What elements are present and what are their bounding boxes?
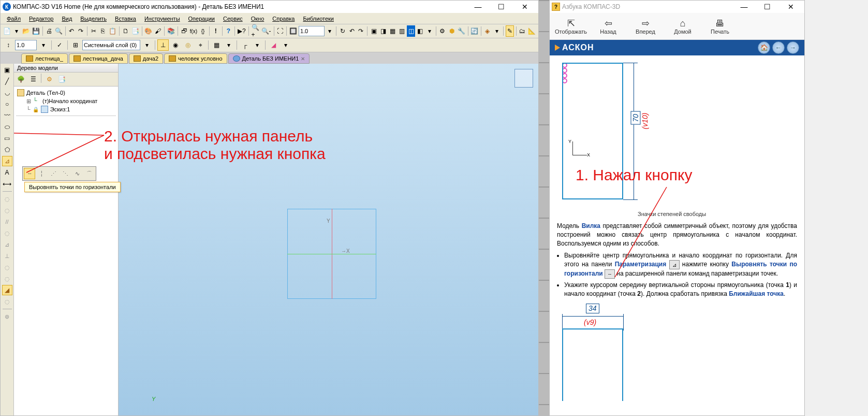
help-maximize-button[interactable]: ☐ <box>756 1 779 13</box>
sketch-button[interactable]: ✎ <box>506 25 514 37</box>
grid-button[interactable]: ▦ <box>211 39 222 51</box>
paste-button[interactable]: 📋 <box>108 25 117 37</box>
variables-button[interactable]: 📑 <box>131 25 140 37</box>
vtool-misc-1[interactable]: ◌ <box>2 194 12 204</box>
perspective-button[interactable]: ◫ <box>407 25 415 37</box>
polygon-tool[interactable]: ⬠ <box>2 145 12 155</box>
vtool-misc-5[interactable]: ⊿ <box>2 239 12 250</box>
tree-origin[interactable]: ⊞ └ (т)Начало координат <box>16 97 116 105</box>
text-tool[interactable]: А <box>2 167 12 178</box>
copy-props2-button[interactable]: 🖌 <box>154 25 162 37</box>
surface-button[interactable]: 🗂 <box>518 25 526 37</box>
hdr-home-button[interactable]: 🏠 <box>758 41 770 54</box>
para-link-vilka[interactable]: Вилка <box>582 222 600 229</box>
measure-button[interactable]: 📐 <box>527 25 536 37</box>
render-button[interactable]: ◧ <box>416 25 424 37</box>
tree-mode-button[interactable]: ☰ <box>27 74 39 85</box>
scale-combo-1[interactable] <box>299 26 325 36</box>
menu-libraries[interactable]: Библиотеки <box>299 15 338 23</box>
simplify-button[interactable]: ⚙ <box>438 25 447 37</box>
vtool-misc-9[interactable]: ◌ <box>2 296 12 307</box>
cut-button[interactable]: ✂ <box>90 25 98 37</box>
eraser-dropdown-button[interactable]: ▾ <box>280 39 291 51</box>
nav-show-button[interactable]: ⇱Отображать <box>555 18 587 35</box>
snap-button[interactable]: ◉ <box>170 39 181 51</box>
fit-all-button[interactable]: ⛶ <box>276 25 284 37</box>
ortho-button[interactable]: ⊥ <box>157 39 169 51</box>
rect-tool[interactable]: ▭ <box>2 133 12 144</box>
scale-combo-2[interactable] <box>15 40 37 50</box>
line-tool[interactable]: ╱ <box>2 76 12 87</box>
dim-tool[interactable]: ⟷ <box>2 179 12 189</box>
layer-dropdown-button[interactable]: ▾ <box>141 39 153 51</box>
rebuild-button[interactable]: 🔄 <box>470 25 479 37</box>
menu-select[interactable]: Выделить <box>76 15 111 23</box>
current-view-button[interactable]: ✓ <box>54 39 65 51</box>
zoom-in-button[interactable]: 🔍+ <box>251 25 260 37</box>
material-dropdown-button[interactable]: ▾ <box>493 25 501 37</box>
menu-file[interactable]: Файл <box>3 15 25 23</box>
fx-button[interactable]: f(x) <box>189 25 198 37</box>
menu-editor[interactable]: Редактор <box>25 15 57 23</box>
material-button[interactable]: ◈ <box>483 25 492 37</box>
help-button[interactable]: ? <box>224 25 232 37</box>
hdr-next-button[interactable]: → <box>787 41 799 54</box>
brackets-button[interactable]: {} <box>199 25 207 37</box>
ellipse-tool[interactable]: ⬭ <box>2 122 12 132</box>
nav-forward-button[interactable]: ⇨Вперед <box>629 18 661 35</box>
vtool-misc-6[interactable]: ⊥ <box>2 251 12 261</box>
highlighted-vtool[interactable]: ◢ <box>2 285 12 295</box>
minimize-button[interactable]: — <box>466 1 490 13</box>
style-button[interactable]: ↕ <box>3 39 14 51</box>
menu-service[interactable]: Сервис <box>219 15 247 23</box>
help-minimize-button[interactable]: — <box>732 1 756 13</box>
coord-sys-button[interactable]: ⊞ <box>70 39 81 51</box>
tree-docs-button[interactable]: 📑 <box>56 74 67 85</box>
stop-button[interactable]: ! <box>212 25 220 37</box>
lod-button[interactable]: 🔧 <box>457 25 466 37</box>
tree-settings-button[interactable]: ⚙ <box>43 74 55 85</box>
orientation-cube[interactable] <box>514 69 533 88</box>
outline-dropdown-button[interactable]: ▾ <box>252 39 263 51</box>
tab-dacha2[interactable]: дача2 <box>129 53 163 64</box>
shaded2-button[interactable]: ▥ <box>398 25 406 37</box>
nav-home-button[interactable]: ⌂Домой <box>667 18 699 35</box>
circle-tool[interactable]: ○ <box>2 99 12 109</box>
tree-root[interactable]: Деталь (Тел-0) <box>16 89 116 97</box>
redo-button[interactable]: ↷ <box>77 25 85 37</box>
tab-ladder-dacha[interactable]: лестница_дача <box>69 53 128 64</box>
layer-combo[interactable] <box>82 40 140 50</box>
geometry-tool[interactable]: ▣ <box>2 65 12 75</box>
vtool-misc-8[interactable]: ◌ <box>2 274 12 284</box>
tab-close-icon[interactable]: ✕ <box>301 56 305 62</box>
menu-window[interactable]: Окно <box>247 15 269 23</box>
b2-link-nearest[interactable]: Ближайшая точка <box>729 290 784 297</box>
menu-view[interactable]: Вид <box>57 15 76 23</box>
copy-button[interactable]: ⎘ <box>99 25 107 37</box>
copy-props-button[interactable]: 🎨 <box>144 25 153 37</box>
eraser-button[interactable]: ◢ <box>268 39 279 51</box>
tree-show-button[interactable]: 🌳 <box>15 74 26 85</box>
shaded-button[interactable]: ◨ <box>379 25 387 37</box>
print-preview-button[interactable]: 🔍 <box>54 25 63 37</box>
vtool-misc-3[interactable]: // <box>2 217 12 227</box>
vtool-misc-2[interactable]: ◌ <box>2 205 12 216</box>
tab-detail-noname[interactable]: Деталь БЕЗ ИМЕНИ1✕ <box>228 53 310 64</box>
menu-operations[interactable]: Операции <box>184 15 219 23</box>
refresh-button[interactable]: ↻ <box>339 25 347 37</box>
close-button[interactable]: ✕ <box>513 1 536 13</box>
vars-button[interactable]: 🗗 <box>180 25 188 37</box>
scale-dropdown-button[interactable]: ▾ <box>326 25 334 37</box>
menu-tools[interactable]: Инструменты <box>140 15 184 23</box>
grid-dropdown-button[interactable]: ▾ <box>223 39 234 51</box>
open-button[interactable]: 📂 <box>22 25 31 37</box>
undo-view-button[interactable]: ↶ <box>348 25 356 37</box>
snap2-button[interactable]: ◎ <box>182 39 194 51</box>
print-button[interactable]: 🖨 <box>45 25 53 37</box>
hdr-prev-button[interactable]: ← <box>772 41 785 54</box>
menu-help[interactable]: Справка <box>268 15 299 23</box>
scale2-dropdown-button[interactable]: ▾ <box>38 39 49 51</box>
canvas-3d-view[interactable]: →X Y Y <box>119 64 538 415</box>
arc-tool[interactable]: ◡ <box>2 88 12 98</box>
tree-sketch[interactable]: └ 🔒 Эскиз:1 <box>16 105 116 113</box>
